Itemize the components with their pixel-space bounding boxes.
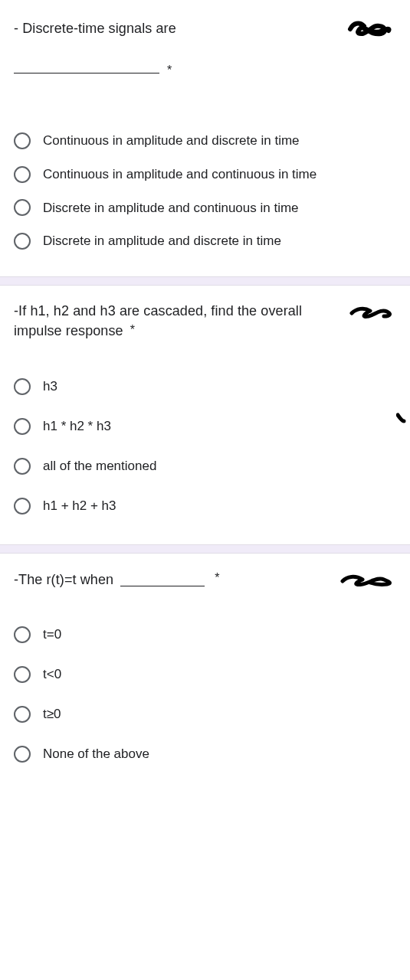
radio-icon	[14, 626, 31, 643]
question-3-options: t=0 t<0 t≥0 None of the above	[14, 615, 396, 773]
option-label: None of the above	[43, 745, 149, 763]
question-2-title: -If h1, h2 and h3 are cascaded, find the…	[14, 301, 396, 341]
option-label: h1 * h2 * h3	[43, 417, 111, 436]
option-label: t<0	[43, 665, 61, 684]
option-label: Discrete in amplitude and continuous in …	[43, 199, 299, 217]
required-marker: *	[215, 571, 219, 584]
option[interactable]: h1 * h2 * h3	[14, 407, 396, 446]
option-label: t≥0	[43, 705, 61, 724]
option[interactable]: Discrete in amplitude and discrete in ti…	[14, 224, 396, 258]
radio-icon	[14, 746, 31, 763]
question-card-3: -The r(t)=t when * t=0 t<0 t≥0 None o	[0, 554, 410, 792]
option[interactable]: all of the mentioned	[14, 446, 396, 486]
option-label: t=0	[43, 626, 61, 644]
option-label: Continuous in amplitude and continuous i…	[43, 165, 317, 184]
question-card-1: - Discrete-time signals are * Continuous…	[0, 0, 410, 276]
option[interactable]: Discrete in amplitude and continuous in …	[14, 191, 396, 225]
radio-icon	[14, 378, 31, 395]
option-label: Continuous in amplitude and discrete in …	[43, 132, 300, 150]
option[interactable]: t=0	[14, 615, 396, 655]
radio-icon	[14, 233, 31, 250]
question-3-text: -The r(t)=t when	[14, 571, 113, 586]
card-separator	[0, 544, 410, 554]
option[interactable]: h3	[14, 367, 396, 407]
option-label: all of the mentioned	[43, 457, 156, 475]
card-separator	[0, 276, 410, 286]
radio-icon	[14, 166, 31, 183]
radio-icon	[14, 132, 31, 149]
option-label: h1 + h2 + h3	[43, 497, 116, 515]
scribble-icon	[347, 301, 396, 322]
radio-icon	[14, 498, 31, 514]
required-marker: *	[167, 64, 172, 77]
radio-icon	[14, 706, 31, 723]
check-scribble-icon	[396, 404, 410, 424]
option[interactable]: t≥0	[14, 694, 396, 734]
option[interactable]: None of the above	[14, 734, 396, 774]
question-2-options: h3 h1 * h2 * h3 all of the mentioned h1 …	[14, 367, 396, 525]
question-card-2: -If h1, h2 and h3 are cascaded, find the…	[0, 286, 410, 544]
option[interactable]: h1 + h2 + h3	[14, 486, 396, 526]
required-marker: *	[130, 323, 135, 336]
blank-line	[120, 572, 205, 587]
option-label: h3	[43, 377, 57, 396]
question-1-title: - Discrete-time signals are *	[14, 15, 396, 90]
question-2-text: -If h1, h2 and h3 are cascaded, find the…	[14, 303, 302, 338]
radio-icon	[14, 666, 31, 683]
option-label: Discrete in amplitude and discrete in ti…	[43, 232, 281, 250]
radio-icon	[14, 199, 31, 216]
option[interactable]: t<0	[14, 655, 396, 694]
radio-icon	[14, 458, 31, 475]
question-1-text: - Discrete-time signals are	[14, 21, 176, 36]
option[interactable]: Continuous in amplitude and continuous i…	[14, 158, 396, 191]
scribble-icon	[343, 15, 396, 41]
scribble-icon	[339, 570, 396, 590]
question-1-options: Continuous in amplitude and discrete in …	[14, 124, 396, 258]
blank-line	[14, 58, 159, 74]
quiz-form: - Discrete-time signals are * Continuous…	[0, 0, 410, 792]
question-3-title: -The r(t)=t when *	[14, 569, 396, 590]
option[interactable]: Continuous in amplitude and discrete in …	[14, 124, 396, 158]
radio-icon	[14, 418, 31, 435]
